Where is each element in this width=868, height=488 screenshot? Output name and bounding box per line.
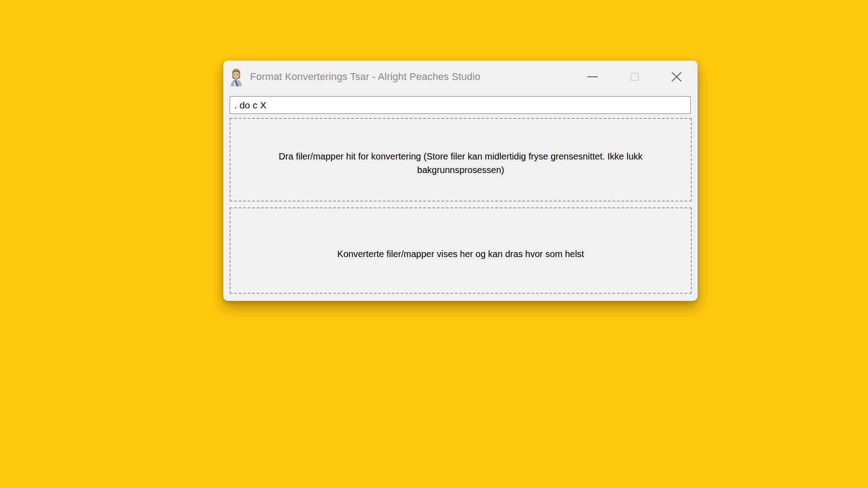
desktop-background: Format Konverterings Tsar - Alright Peac… xyxy=(0,0,868,488)
drop-zone-convert[interactable]: Dra filer/mapper hit for konvertering (S… xyxy=(230,118,692,202)
tsar-portrait-icon xyxy=(229,67,243,86)
window-controls xyxy=(571,61,698,93)
maximize-icon xyxy=(631,73,639,81)
format-input[interactable] xyxy=(230,96,691,114)
drop-zone-converted[interactable]: Konverterte filer/mapper vises her og ka… xyxy=(230,207,692,294)
app-window: Format Konverterings Tsar - Alright Peac… xyxy=(223,61,698,301)
maximize-button[interactable] xyxy=(613,61,656,93)
window-title: Format Konverterings Tsar - Alright Peac… xyxy=(250,71,481,83)
minimize-icon xyxy=(587,76,598,77)
minimize-button[interactable] xyxy=(571,61,613,93)
close-icon xyxy=(671,71,682,82)
drop-zone-converted-label: Konverterte filer/mapper vises her og ka… xyxy=(337,241,584,261)
drop-zone-convert-label: Dra filer/mapper hit for konvertering (S… xyxy=(237,143,684,177)
close-button[interactable] xyxy=(656,61,698,93)
titlebar[interactable]: Format Konverterings Tsar - Alright Peac… xyxy=(223,61,698,93)
